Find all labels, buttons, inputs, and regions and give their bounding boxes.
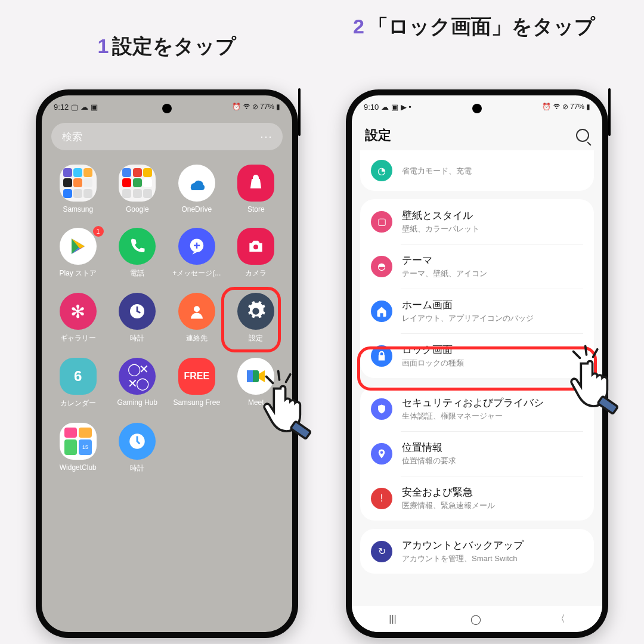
settings-icon [237,293,274,330]
app-samsung-folder[interactable]: Samsung [51,165,105,213]
search-field[interactable]: 検索 ⋮ [51,123,283,150]
samsung-free-icon: FREE [178,358,215,395]
phone-mockup-1: 9:12 ▢ ☁ ▣ ⏰ ⊘ 77% ▮ 検索 ⋮ [36,89,298,638]
onedrive-icon [178,165,215,202]
settings-header: 設定 [352,118,602,150]
step-2-title: 2「ロック画面」をタップ [334,13,614,41]
app-meet[interactable]: Meet [230,358,283,408]
home-button[interactable]: ◯ [470,614,481,625]
setting-item-security[interactable]: セキュリティおよびプライバシ 生体認証、権限マネージャー [360,386,594,431]
app-play-store[interactable]: 1 Play ストア [51,228,105,278]
svg-point-3 [194,306,200,312]
status-icons-left: ▢ ☁ ▣ [71,103,97,112]
setting-item-wallpaper[interactable]: ▢ 壁紙とスタイル 壁紙、カラーパレット [360,199,594,244]
app-phone[interactable]: 電話 [111,228,165,278]
calendar-icon: 6 [60,358,97,395]
store-icon [237,165,274,202]
app-clock-2[interactable]: 時計 [111,423,165,473]
phone-mockup-2: 9:10 ☁ ▣ ▶ • ⏰ ⊘ 77% ▮ 設定 ◔ 省電力モード、充電 [346,89,608,638]
more-icon[interactable]: ⋮ [259,131,274,142]
battery-care-icon: ◔ [371,160,392,181]
clock-icon [119,293,156,330]
app-clock[interactable]: 時計 [111,293,165,343]
app-contacts[interactable]: 連絡先 [170,293,224,343]
app-plus-message[interactable]: +メッセージ(... [170,228,224,278]
folder-icon [119,165,156,202]
gaming-hub-icon: ◯✕✕◯ [119,358,156,395]
settings-title: 設定 [365,126,391,144]
recents-button[interactable]: ||| [389,614,396,624]
setting-item-themes[interactable]: ◓ テーマ テーマ、壁紙、アイコン [360,244,594,289]
setting-item-emergency[interactable]: ! 安全および緊急 医療情報、緊急速報メール [360,476,594,521]
contacts-icon [178,293,215,330]
status-icons-left: ☁ ▣ ▶ • [381,103,411,112]
app-widgetclub[interactable]: 15 WidgetClub [51,423,105,473]
lock-icon [371,345,392,367]
app-samsung-free[interactable]: FREE Samsung Free [170,358,224,408]
meet-icon [237,358,274,395]
clock-icon [119,423,156,460]
shield-icon [371,398,392,420]
home-icon [371,301,392,322]
svg-rect-5 [247,370,253,382]
step-2-text: 「ロック画面」をタップ [368,15,595,38]
setting-item-location[interactable]: 位置情報 位置情報の要求 [360,431,594,476]
setting-card: ↻ アカウントとバックアップ アカウントを管理、Smart Switch [360,529,594,574]
dnd-icon: ⊘ [562,103,568,111]
app-gallery[interactable]: ✻ ギャラリー [51,293,105,343]
gallery-icon: ✻ [60,293,97,330]
theme-icon: ◓ [371,256,392,277]
camera-hole [162,104,172,113]
app-onedrive[interactable]: OneDrive [170,165,224,213]
camera-icon [237,228,274,265]
setting-item-home[interactable]: ホーム画面 レイアウト、アプリアイコンのバッジ [360,289,594,333]
sync-icon: ↻ [371,541,392,562]
step-2-number: 2 [353,15,364,38]
battery-icon: ▮ [586,103,590,111]
app-gaming-hub[interactable]: ◯✕✕◯ Gaming Hub [111,358,165,408]
setting-card: ◔ 省電力モード、充電 [360,150,594,191]
widgetclub-icon: 15 [60,423,97,460]
setting-item-accounts[interactable]: ↻ アカウントとバックアップ アカウントを管理、Smart Switch [360,529,594,574]
wifi-icon [553,102,561,112]
setting-card: ▢ 壁紙とスタイル 壁紙、カラーパレット ◓ テーマ テーマ、壁紙、アイコン [360,199,594,378]
status-time: 9:12 [54,103,69,112]
setting-item-battery[interactable]: ◔ 省電力モード、充電 [360,150,594,191]
search-icon[interactable] [576,129,589,142]
play-store-icon [60,228,97,265]
folder-icon [60,165,97,202]
setting-item-lockscreen[interactable]: ロック画面 画面ロックの種類 [360,333,594,378]
step-1-number: 1 [98,35,109,57]
step-1-title: 1設定をタップ [36,33,298,60]
settings-scroll[interactable]: ◔ 省電力モード、充電 ▢ 壁紙とスタイル 壁紙、カラーパレット ◓ テーマ [352,150,602,609]
app-settings[interactable]: 設定 [230,293,283,343]
app-grid: Samsung Google OneDrive S [42,160,292,478]
status-time: 9:10 [364,103,379,112]
svg-point-1 [253,244,258,249]
battery-icon: ▮ [276,103,280,111]
setting-card: セキュリティおよびプライバシ 生体認証、権限マネージャー 位置情報 位置情報の要… [360,386,594,521]
wifi-icon [243,102,250,112]
plus-message-icon [178,228,215,265]
app-google-folder[interactable]: Google [111,165,165,213]
back-button[interactable]: 〈 [556,613,565,626]
alarm-icon: ⏰ [542,103,551,111]
alarm-icon: ⏰ [232,103,241,111]
app-camera[interactable]: カメラ [230,228,283,278]
battery-text: 77% [570,103,584,111]
emergency-icon: ! [371,488,392,509]
phone-icon [119,228,156,265]
search-placeholder: 検索 [62,130,82,144]
wallpaper-icon: ▢ [371,211,392,233]
notification-badge: 1 [93,226,104,237]
location-icon [371,443,392,465]
app-calendar[interactable]: 6 カレンダー [51,358,105,408]
navigation-bar: ||| ◯ 〈 [352,606,602,632]
app-store[interactable]: Store [230,165,283,213]
step-1-text: 設定をタップ [112,35,236,57]
camera-hole [472,104,482,113]
dnd-icon: ⊘ [252,103,258,111]
battery-text: 77% [260,103,274,111]
